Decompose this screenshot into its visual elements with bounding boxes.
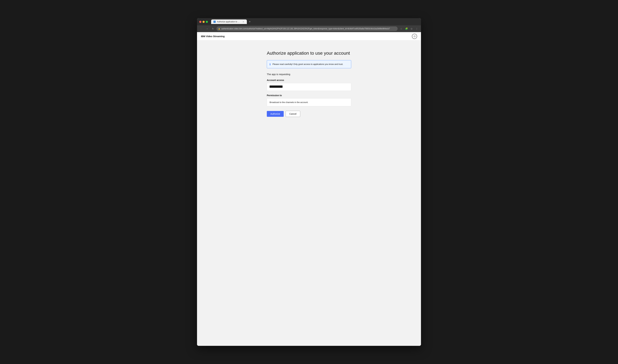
bookmark-icon[interactable]: ☆ bbox=[399, 26, 403, 31]
requesting-label: The app is requesting bbox=[267, 73, 351, 76]
authorize-card: Authorize application to use your accoun… bbox=[267, 50, 351, 117]
info-banner: ℹ Please read carefully! Only grant acce… bbox=[267, 60, 351, 68]
permission-box: Broadcast to the channels in the account… bbox=[267, 98, 351, 106]
nav-bar: ← → ↻ 🔒 authentication.video.ibm.com/aut… bbox=[197, 25, 421, 32]
cancel-button[interactable]: Cancel bbox=[286, 111, 300, 117]
refresh-button[interactable]: ↻ bbox=[211, 26, 215, 31]
tab-bar: Authorize application to acce… ✕ + bbox=[211, 19, 419, 24]
info-icon: ℹ bbox=[270, 63, 271, 66]
close-button[interactable] bbox=[199, 21, 201, 23]
tab-close-button[interactable]: ✕ bbox=[242, 20, 245, 23]
app-header: IBM Video Streaming ⊙ bbox=[197, 32, 421, 40]
button-row: Authorize Cancel bbox=[267, 111, 351, 117]
main-content: Authorize application to use your accoun… bbox=[197, 40, 421, 346]
maximize-button[interactable] bbox=[206, 21, 208, 23]
minimize-button[interactable] bbox=[203, 21, 205, 23]
tab-title: Authorize application to acce… bbox=[217, 21, 241, 23]
new-tab-button[interactable]: + bbox=[248, 19, 252, 24]
user-menu-button[interactable]: ⊙ bbox=[412, 34, 417, 39]
page-title: Authorize application to use your accoun… bbox=[267, 50, 351, 56]
permission-text: Broadcast to the channels in the account… bbox=[270, 101, 308, 104]
lock-icon: 🔒 bbox=[218, 28, 220, 30]
redacted-account-name bbox=[270, 86, 283, 88]
app-logo: IBM Video Streaming bbox=[201, 35, 225, 38]
extensions-icon[interactable]: 🧩 bbox=[404, 26, 409, 31]
url-text: authentication.video.ibm.com/authorize?r… bbox=[221, 27, 396, 30]
browser-tab[interactable]: Authorize application to acce… ✕ bbox=[211, 19, 247, 24]
account-access-title: Account access bbox=[267, 79, 351, 81]
title-bar: Authorize application to acce… ✕ + bbox=[197, 18, 421, 25]
browser-window: Authorize application to acce… ✕ + ← → ↻… bbox=[197, 18, 421, 346]
traffic-lights bbox=[199, 21, 208, 23]
page-content: IBM Video Streaming ⊙ Authorize applicat… bbox=[197, 32, 421, 346]
address-bar[interactable]: 🔒 authentication.video.ibm.com/authorize… bbox=[216, 26, 398, 31]
permission-title: Permission to bbox=[267, 94, 351, 97]
authorize-button[interactable]: Authorize bbox=[267, 111, 284, 117]
nav-actions: ☆ 🧩 ⊙ ⋮ bbox=[399, 26, 419, 31]
profile-icon[interactable]: ⊙ bbox=[409, 26, 414, 31]
menu-icon[interactable]: ⋮ bbox=[414, 26, 419, 31]
info-banner-text: Please read carefully! Only grant access… bbox=[273, 63, 343, 66]
back-button[interactable]: ← bbox=[199, 26, 204, 31]
tab-favicon bbox=[213, 21, 216, 23]
logo-prefix: IBM bbox=[201, 35, 206, 38]
account-access-box bbox=[267, 83, 351, 91]
forward-button[interactable]: → bbox=[205, 26, 209, 31]
logo-bold: Video Streaming bbox=[206, 35, 225, 38]
